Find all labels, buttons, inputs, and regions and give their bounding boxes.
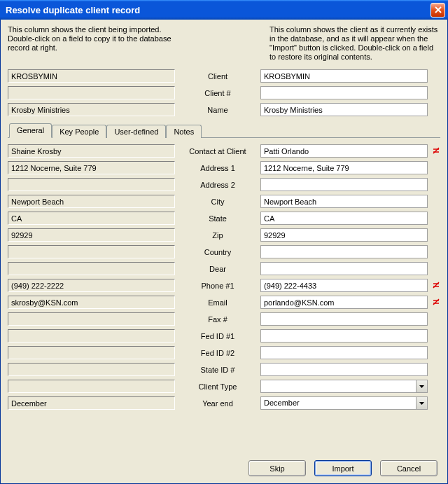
db-name[interactable] bbox=[260, 103, 428, 116]
tab-content-general: Contact at ClientAddress 1Address 2CityS… bbox=[8, 138, 440, 410]
field-label: Fax # bbox=[179, 315, 256, 324]
import-field-input[interactable] bbox=[8, 245, 175, 258]
field-label: Fed ID #1 bbox=[179, 332, 256, 340]
diff-indicator bbox=[432, 164, 440, 172]
db-field-input[interactable] bbox=[260, 312, 428, 326]
import-field-input[interactable] bbox=[8, 296, 175, 309]
import-field-input[interactable] bbox=[8, 312, 175, 326]
field-row: State ID # bbox=[8, 362, 440, 377]
import-field-input[interactable] bbox=[8, 380, 175, 393]
field-row: Contact at Client bbox=[8, 144, 440, 158]
import-field-input[interactable] bbox=[8, 363, 175, 376]
field-label: Dear bbox=[179, 265, 256, 273]
db-field-input[interactable] bbox=[260, 178, 428, 191]
field-label: City bbox=[179, 198, 256, 206]
header-name-row: Name bbox=[8, 102, 440, 117]
window-title: Resolve duplicate client record bbox=[6, 5, 430, 15]
db-field-input[interactable] bbox=[260, 212, 428, 225]
import-field-input[interactable] bbox=[8, 144, 175, 158]
import-name[interactable] bbox=[8, 103, 175, 116]
tab-user-defined[interactable]: User-defined bbox=[106, 125, 166, 138]
import-field-input[interactable] bbox=[8, 178, 175, 191]
field-label: Zip bbox=[179, 231, 256, 240]
field-label: Client Type bbox=[179, 382, 256, 391]
field-label: Contact at Client bbox=[179, 147, 256, 155]
import-field-input[interactable] bbox=[8, 346, 175, 359]
header-clientnum-row: Client # bbox=[8, 85, 440, 100]
diff-indicator bbox=[432, 231, 440, 240]
field-row: Fed ID #2 bbox=[8, 345, 440, 360]
db-field-input[interactable] bbox=[260, 363, 428, 376]
diff-indicator bbox=[432, 366, 440, 374]
db-field-input[interactable] bbox=[260, 262, 428, 275]
header-client-row: Client bbox=[8, 69, 440, 83]
db-field-input[interactable] bbox=[260, 279, 428, 292]
import-clientnum[interactable] bbox=[8, 86, 175, 99]
combo-dropdown-button[interactable] bbox=[416, 397, 427, 409]
field-label: Country bbox=[179, 248, 256, 256]
label-name: Name bbox=[179, 106, 256, 114]
db-clientnum[interactable] bbox=[260, 86, 428, 99]
diff-indicator bbox=[432, 198, 440, 206]
chevron-down-icon bbox=[419, 385, 424, 388]
db-field-input[interactable] bbox=[260, 245, 428, 258]
difference-icon bbox=[433, 282, 440, 289]
db-client[interactable] bbox=[260, 69, 428, 83]
import-field-input[interactable] bbox=[8, 329, 175, 343]
import-field-input[interactable] bbox=[8, 161, 175, 174]
db-field-input[interactable] bbox=[260, 296, 428, 309]
db-field-input[interactable] bbox=[260, 346, 428, 359]
field-label: Fed ID #2 bbox=[179, 349, 256, 357]
field-label: State bbox=[179, 214, 256, 223]
import-field-input[interactable] bbox=[8, 396, 175, 410]
combo-text: December bbox=[261, 397, 416, 409]
tab-notes[interactable]: Notes bbox=[166, 125, 202, 138]
diff-indicator bbox=[432, 382, 440, 391]
close-button[interactable] bbox=[430, 3, 445, 18]
diff-indicator bbox=[432, 248, 440, 256]
db-field-input[interactable] bbox=[260, 228, 428, 242]
right-description: This column shows the client as it curre… bbox=[270, 25, 440, 62]
import-field-input[interactable] bbox=[8, 212, 175, 225]
tab-bar: General Key People User-defined Notes bbox=[8, 123, 440, 138]
diff-indicator bbox=[432, 282, 440, 290]
field-row: Year endDecember bbox=[8, 396, 440, 410]
tab-key-people[interactable]: Key People bbox=[52, 125, 106, 138]
combo-dropdown-button[interactable] bbox=[416, 380, 427, 392]
difference-icon bbox=[433, 298, 440, 306]
db-field-combo[interactable]: December bbox=[260, 396, 428, 410]
description-row: This column shows the client being impor… bbox=[8, 25, 440, 62]
db-field-combo[interactable] bbox=[260, 380, 428, 393]
svg-line-8 bbox=[433, 299, 439, 305]
import-field-input[interactable] bbox=[8, 262, 175, 275]
field-label: Address 2 bbox=[179, 181, 256, 189]
import-field-input[interactable] bbox=[8, 228, 175, 242]
diff-indicator bbox=[432, 181, 440, 189]
db-field-input[interactable] bbox=[260, 329, 428, 343]
import-field-input[interactable] bbox=[8, 279, 175, 292]
diff-indicator bbox=[432, 315, 440, 324]
cancel-button[interactable]: Cancel bbox=[380, 460, 438, 476]
diff-indicator bbox=[432, 298, 440, 307]
field-row: State bbox=[8, 211, 440, 226]
db-field-input[interactable] bbox=[260, 161, 428, 174]
field-label: Email bbox=[179, 298, 256, 307]
field-label: Address 1 bbox=[179, 164, 256, 172]
field-label: Year end bbox=[179, 399, 256, 408]
import-button[interactable]: Import bbox=[314, 460, 372, 476]
import-field-input[interactable] bbox=[8, 195, 175, 208]
field-row: Address 1 bbox=[8, 160, 440, 175]
field-row: Phone #1 bbox=[8, 278, 440, 293]
field-row: Client Type bbox=[8, 379, 440, 394]
field-row: City bbox=[8, 194, 440, 209]
tab-general[interactable]: General bbox=[9, 123, 52, 138]
skip-button[interactable]: Skip bbox=[248, 460, 306, 476]
difference-icon bbox=[433, 147, 440, 155]
svg-line-2 bbox=[433, 148, 439, 153]
chevron-down-icon bbox=[419, 402, 424, 405]
import-client[interactable] bbox=[8, 69, 175, 83]
db-field-input[interactable] bbox=[260, 144, 428, 158]
svg-line-5 bbox=[433, 282, 439, 288]
db-field-input[interactable] bbox=[260, 195, 428, 208]
label-clientnum: Client # bbox=[179, 89, 256, 97]
